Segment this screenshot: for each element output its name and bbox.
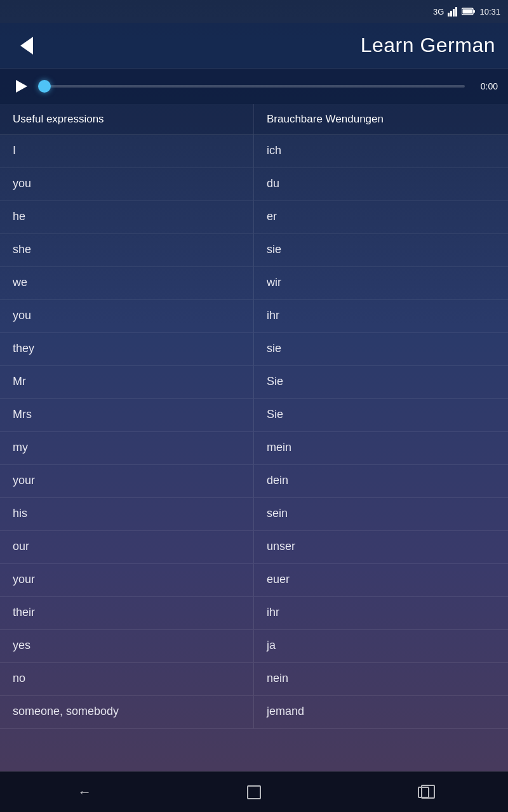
cell-german: unser bbox=[254, 531, 508, 563]
cell-english: Mrs bbox=[0, 399, 254, 431]
table-row[interactable]: Iich bbox=[0, 135, 508, 168]
navigation-bar: ← bbox=[0, 771, 508, 812]
nav-home-icon bbox=[247, 785, 261, 799]
table-row[interactable]: wewir bbox=[0, 267, 508, 300]
table-row[interactable]: heer bbox=[0, 201, 508, 234]
table-row[interactable]: nonein bbox=[0, 663, 508, 696]
table-row[interactable]: someone, somebodyjemand bbox=[0, 696, 508, 729]
table-body: IichyouduheershesiewewiryouihrtheysieMrS… bbox=[0, 135, 508, 729]
table-row[interactable]: hissein bbox=[0, 498, 508, 531]
cell-english: your bbox=[0, 564, 254, 596]
play-button[interactable] bbox=[10, 76, 30, 96]
cell-german: sie bbox=[254, 333, 508, 365]
time-display: 0:00 bbox=[472, 81, 498, 91]
svg-rect-3 bbox=[455, 7, 457, 16]
cell-english: our bbox=[0, 531, 254, 563]
cell-english: he bbox=[0, 201, 254, 233]
cell-german: wir bbox=[254, 267, 508, 299]
cell-english: you bbox=[0, 168, 254, 200]
svg-rect-1 bbox=[450, 11, 452, 16]
table-header: Useful expressions Brauchbare Wendungen bbox=[0, 104, 508, 135]
table-row[interactable]: youihr bbox=[0, 300, 508, 333]
battery-icon bbox=[462, 7, 476, 16]
table-row[interactable]: theirihr bbox=[0, 597, 508, 630]
page-title: Learn German bbox=[41, 34, 495, 57]
nav-recent-icon bbox=[418, 787, 429, 798]
svg-rect-6 bbox=[463, 10, 472, 14]
nav-back-button[interactable]: ← bbox=[65, 780, 104, 805]
cell-english: I bbox=[0, 135, 254, 167]
cell-german: dein bbox=[254, 465, 508, 497]
table-row[interactable]: mymein bbox=[0, 432, 508, 465]
progress-bar[interactable] bbox=[38, 85, 465, 88]
cell-german: sie bbox=[254, 234, 508, 266]
cell-german: Sie bbox=[254, 366, 508, 398]
svg-rect-2 bbox=[453, 9, 455, 16]
cell-german: er bbox=[254, 201, 508, 233]
cell-german: ja bbox=[254, 630, 508, 662]
svg-rect-0 bbox=[448, 13, 450, 16]
cell-german: sein bbox=[254, 498, 508, 530]
cell-german: mein bbox=[254, 432, 508, 464]
status-bar: 3G 10:31 bbox=[0, 0, 508, 23]
signal-indicator: 3G bbox=[433, 7, 444, 16]
cell-english: someone, somebody bbox=[0, 696, 254, 728]
cell-english: she bbox=[0, 234, 254, 266]
cell-english: they bbox=[0, 333, 254, 365]
table-row[interactable]: ourunser bbox=[0, 531, 508, 564]
cell-german: Sie bbox=[254, 399, 508, 431]
cell-english: yes bbox=[0, 630, 254, 662]
header-english: Useful expressions bbox=[0, 104, 254, 134]
table-row[interactable]: theysie bbox=[0, 333, 508, 366]
cell-german: ich bbox=[254, 135, 508, 167]
play-icon bbox=[16, 80, 27, 93]
header-german: Brauchbare Wendungen bbox=[254, 104, 508, 134]
cell-german: du bbox=[254, 168, 508, 200]
table-row[interactable]: yourdein bbox=[0, 465, 508, 498]
cell-german: ihr bbox=[254, 300, 508, 332]
cell-english: we bbox=[0, 267, 254, 299]
cell-german: jemand bbox=[254, 696, 508, 728]
cell-english: his bbox=[0, 498, 254, 530]
cell-english: Mr bbox=[0, 366, 254, 398]
audio-player: 0:00 bbox=[0, 69, 508, 104]
cell-english: your bbox=[0, 465, 254, 497]
svg-rect-5 bbox=[473, 10, 475, 13]
app-header: Learn German bbox=[0, 23, 508, 69]
back-button[interactable] bbox=[13, 32, 41, 60]
cell-german: euer bbox=[254, 564, 508, 596]
back-arrow-icon bbox=[20, 37, 33, 55]
clock: 10:31 bbox=[479, 7, 500, 16]
nav-home-button[interactable] bbox=[235, 780, 273, 805]
table-row[interactable]: MrsSie bbox=[0, 399, 508, 432]
cell-german: nein bbox=[254, 663, 508, 695]
progress-handle[interactable] bbox=[38, 80, 51, 93]
table-row[interactable]: youreuer bbox=[0, 564, 508, 597]
cell-german: ihr bbox=[254, 597, 508, 629]
cell-english: no bbox=[0, 663, 254, 695]
cell-english: their bbox=[0, 597, 254, 629]
cell-english: my bbox=[0, 432, 254, 464]
table-row[interactable]: MrSie bbox=[0, 366, 508, 399]
cell-english: you bbox=[0, 300, 254, 332]
vocabulary-table: Useful expressions Brauchbare Wendungen … bbox=[0, 104, 508, 771]
table-row[interactable]: yesja bbox=[0, 630, 508, 663]
signal-bars-icon bbox=[448, 6, 458, 16]
table-row[interactable]: shesie bbox=[0, 234, 508, 267]
table-row[interactable]: youdu bbox=[0, 168, 508, 201]
nav-recent-button[interactable] bbox=[404, 780, 443, 805]
nav-back-icon: ← bbox=[77, 784, 91, 801]
